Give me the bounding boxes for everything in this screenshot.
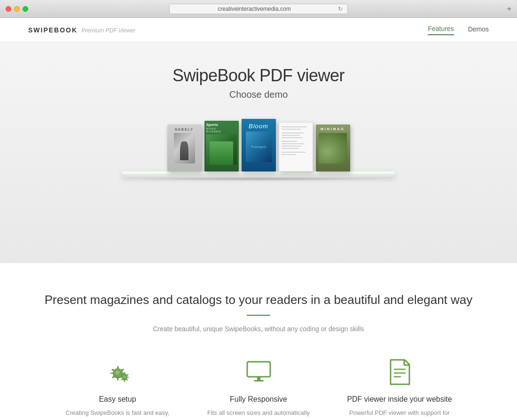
hero-subtitle: Choose demo bbox=[229, 89, 288, 100]
book-nebely[interactable]: NEBELY bbox=[167, 124, 202, 171]
book-minimag[interactable]: MINIMAG bbox=[316, 124, 350, 171]
browser-window: creativeinteractivemedia.com ↻ + SWIPEBO… bbox=[0, 0, 517, 420]
book-bloom[interactable]: Bloom Tranquil bbox=[242, 119, 276, 171]
books-row: NEBELY Sports ROADRUNNER bbox=[158, 119, 360, 171]
nav-links: Features Demos bbox=[428, 25, 489, 35]
nav-demos[interactable]: Demos bbox=[468, 25, 489, 35]
close-button[interactable] bbox=[6, 6, 11, 12]
feature-pdf-desc: Powerful PDF viewer with support for hyp… bbox=[343, 408, 456, 420]
feature-fully-responsive: Fully Responsive Fits all screen sizes a… bbox=[202, 358, 315, 420]
book-plain[interactable] bbox=[279, 122, 313, 171]
gear-icon bbox=[101, 358, 134, 387]
monitor-icon bbox=[242, 358, 275, 387]
feature-pdf-viewer: PDF viewer inside your website Powerful … bbox=[343, 358, 456, 420]
svg-rect-7 bbox=[249, 363, 269, 375]
svg-rect-8 bbox=[257, 377, 260, 381]
logo-tagline: Premium PDF Viewer bbox=[81, 27, 135, 34]
features-subtext: Create beautiful, unique SwipeBooks, wit… bbox=[28, 325, 489, 333]
feature-responsive-desc: Fits all screen sizes and automatically … bbox=[202, 408, 315, 420]
features-headline: Present magazines and catalogs to your r… bbox=[28, 291, 489, 308]
shelf-surface bbox=[122, 171, 395, 177]
minimize-button[interactable] bbox=[14, 6, 20, 12]
logo-text: SWIPEBOOK bbox=[28, 26, 78, 34]
features-grid: Easy setup Creating SwipeBooks is fast a… bbox=[28, 358, 489, 420]
url-bar[interactable]: creativeinteractivemedia.com ↻ bbox=[169, 4, 348, 14]
url-text: creativeinteractivemedia.com bbox=[174, 6, 334, 12]
feature-easy-setup-desc: Creating SwipeBooks is fast and easy, ju… bbox=[61, 408, 174, 420]
features-section: Present magazines and catalogs to your r… bbox=[0, 263, 517, 420]
pdf-icon bbox=[383, 358, 416, 387]
book-shelf: NEBELY Sports ROADRUNNER bbox=[9, 119, 508, 181]
browser-titlebar: creativeinteractivemedia.com ↻ + bbox=[0, 0, 517, 18]
maximize-button[interactable] bbox=[23, 6, 28, 12]
feature-pdf-title: PDF viewer inside your website bbox=[347, 395, 452, 404]
hero-title: SwipeBook PDF viewer bbox=[172, 66, 345, 86]
nav-bar: SWIPEBOOK Premium PDF Viewer Features De… bbox=[0, 18, 517, 42]
hero-section: SwipeBook PDF viewer Choose demo NEBELY bbox=[0, 42, 517, 263]
shelf-shadow bbox=[127, 177, 390, 181]
book-sports[interactable]: Sports ROADRUNNER bbox=[204, 121, 239, 171]
add-tab-button[interactable]: + bbox=[507, 5, 511, 13]
nav-logo: SWIPEBOOK Premium PDF Viewer bbox=[28, 26, 135, 34]
nav-features[interactable]: Features bbox=[428, 25, 454, 35]
feature-easy-setup-title: Easy setup bbox=[99, 395, 136, 404]
feature-responsive-title: Fully Responsive bbox=[230, 395, 287, 404]
refresh-icon[interactable]: ↻ bbox=[338, 6, 343, 12]
feature-easy-setup: Easy setup Creating SwipeBooks is fast a… bbox=[61, 358, 174, 420]
svg-rect-9 bbox=[254, 380, 264, 381]
svg-rect-6 bbox=[247, 362, 270, 377]
features-divider bbox=[247, 315, 270, 316]
browser-dots bbox=[6, 6, 28, 12]
